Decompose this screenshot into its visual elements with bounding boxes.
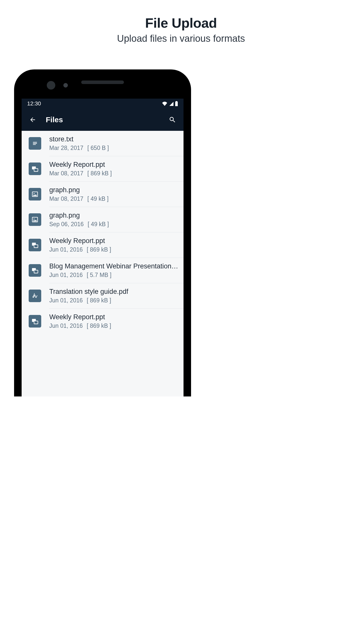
svg-rect-1 — [175, 102, 178, 106]
search-icon — [169, 116, 176, 124]
file-meta: Sep 06, 2016[ 49 kB ] — [49, 221, 178, 228]
svg-rect-0 — [176, 101, 177, 102]
file-body: Weekly Report.pptJun 01, 2016[ 869 kB ] — [49, 237, 178, 253]
app-bar: Files — [22, 109, 184, 131]
file-type-pdf-icon — [29, 290, 41, 302]
phone-camera — [47, 81, 55, 90]
svg-rect-4 — [34, 169, 38, 172]
file-date: Sep 06, 2016 — [49, 221, 84, 228]
file-meta: Jun 01, 2016[ 869 kB ] — [49, 323, 178, 329]
file-name: Weekly Report.ppt — [49, 313, 178, 321]
svg-rect-12 — [34, 270, 38, 273]
file-row[interactable]: Weekly Report.pptMar 08, 2017[ 869 kB ] — [22, 156, 184, 181]
file-body: Translation style guide.pdfJun 01, 2016[… — [49, 288, 178, 304]
phone-sensor — [63, 83, 68, 88]
file-type-doc-icon — [29, 137, 41, 150]
file-size: [ 869 kB ] — [87, 170, 112, 177]
file-date: Mar 28, 2017 — [49, 145, 83, 151]
file-type-ppt-icon — [29, 239, 41, 251]
file-size: [ 650 B ] — [87, 145, 109, 151]
file-meta: Mar 28, 2017[ 650 B ] — [49, 145, 178, 151]
file-body: graph.pngSep 06, 2016[ 49 kB ] — [49, 212, 178, 228]
hero-title: File Upload — [0, 15, 206, 31]
phone-frame: 12:30 Files store.t — [14, 69, 191, 366]
file-name: Translation style guide.pdf — [49, 288, 178, 296]
cellular-icon — [169, 101, 173, 106]
file-date: Jun 01, 2016 — [49, 246, 83, 253]
phone-screen: 12:30 Files store.t — [22, 99, 184, 366]
file-size: [ 869 kB ] — [87, 297, 111, 304]
file-size: [ 869 kB ] — [87, 246, 111, 253]
file-type-ppt-icon — [29, 163, 41, 175]
back-button[interactable] — [27, 114, 39, 126]
file-date: Jun 01, 2016 — [49, 297, 83, 304]
status-icons — [162, 101, 178, 106]
file-date: Jun 01, 2016 — [49, 323, 83, 329]
file-row[interactable]: Blog Management Webinar Presentation.…Ju… — [22, 258, 184, 283]
file-row[interactable]: Weekly Report.pptJun 01, 2016[ 869 kB ] — [22, 309, 184, 334]
file-row[interactable]: store.txtMar 28, 2017[ 650 B ] — [22, 131, 184, 156]
battery-icon — [175, 101, 178, 106]
phone-speaker — [81, 80, 124, 84]
svg-point-6 — [34, 193, 35, 194]
file-date: Jun 01, 2016 — [49, 272, 83, 278]
svg-rect-10 — [34, 245, 38, 248]
file-type-ppt-icon — [29, 315, 41, 328]
file-body: Blog Management Webinar Presentation.…Ju… — [49, 262, 178, 278]
file-meta: Jun 01, 2016[ 869 kB ] — [49, 297, 178, 304]
status-time: 12:30 — [27, 100, 41, 107]
file-body: Weekly Report.pptJun 01, 2016[ 869 kB ] — [49, 313, 178, 329]
file-type-img-icon — [29, 213, 41, 226]
file-date: Mar 08, 2017 — [49, 170, 83, 177]
file-name: graph.png — [49, 186, 178, 194]
svg-point-8 — [34, 219, 35, 220]
app-bar-title: Files — [46, 115, 63, 124]
hero: File Upload Upload files in various form… — [0, 15, 206, 44]
file-size: [ 869 kB ] — [87, 323, 111, 329]
file-row[interactable]: Weekly Report.pptJun 01, 2016[ 869 kB ] — [22, 232, 184, 258]
file-body: Weekly Report.pptMar 08, 2017[ 869 kB ] — [49, 161, 178, 177]
svg-rect-14 — [34, 321, 38, 324]
file-meta: Jun 01, 2016[ 869 kB ] — [49, 246, 178, 253]
hero-subtitle: Upload files in various formats — [0, 33, 206, 44]
status-bar: 12:30 — [22, 99, 184, 109]
file-size: [ 49 kB ] — [87, 195, 109, 202]
file-meta: Mar 08, 2017[ 49 kB ] — [49, 195, 178, 202]
file-row[interactable]: graph.pngSep 06, 2016[ 49 kB ] — [22, 207, 184, 232]
file-type-img-icon — [29, 188, 41, 200]
file-name: Blog Management Webinar Presentation.… — [49, 262, 178, 270]
file-row[interactable]: Translation style guide.pdfJun 01, 2016[… — [22, 283, 184, 308]
file-meta: Mar 08, 2017[ 869 kB ] — [49, 170, 178, 177]
file-body: graph.pngMar 08, 2017[ 49 kB ] — [49, 186, 178, 202]
file-name: store.txt — [49, 135, 178, 143]
file-body: store.txtMar 28, 2017[ 650 B ] — [49, 135, 178, 151]
file-type-ppt-icon — [29, 264, 41, 277]
arrow-left-icon — [29, 116, 36, 123]
file-row[interactable]: graph.pngMar 08, 2017[ 49 kB ] — [22, 182, 184, 207]
search-button[interactable] — [166, 114, 178, 126]
file-name: graph.png — [49, 212, 178, 219]
file-size: [ 49 kB ] — [88, 221, 109, 228]
file-size: [ 5.7 MB ] — [87, 272, 111, 278]
wifi-icon — [162, 101, 167, 106]
file-name: Weekly Report.ppt — [49, 161, 178, 169]
file-name: Weekly Report.ppt — [49, 237, 178, 245]
file-date: Mar 08, 2017 — [49, 195, 83, 202]
file-list[interactable]: store.txtMar 28, 2017[ 650 B ]Weekly Rep… — [22, 131, 184, 366]
file-meta: Jun 01, 2016[ 5.7 MB ] — [49, 272, 178, 278]
